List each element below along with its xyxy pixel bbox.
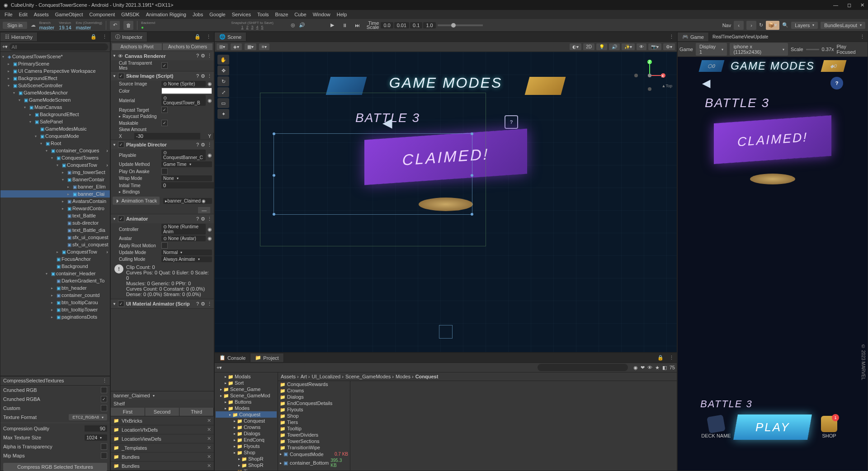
timescale-slider[interactable] [451, 23, 456, 28]
minus-button[interactable]: — [198, 207, 210, 213]
panel-menu-icon[interactable]: ⋮ [666, 34, 677, 40]
checkbox[interactable]: ✓ [161, 120, 168, 126]
trash-button[interactable]: 🗑 [123, 21, 133, 30]
hierarchy-item[interactable]: ▸▣PrimaryScene [0, 60, 110, 67]
layers-dropdown[interactable]: Layers [791, 22, 818, 29]
file-item[interactable]: ▸▣container_Bottom395.3 KB [278, 457, 350, 468]
breadcrumb-item[interactable]: Conquest [415, 374, 439, 379]
hierarchy-item[interactable]: ▸▣BackgroundEffect [0, 111, 110, 118]
object-picker-icon[interactable]: ◉ [208, 98, 212, 104]
breadcrumb[interactable]: AssetsArtUI_LocalizedScene_GameModesMode… [278, 372, 677, 381]
help-icon[interactable]: ? [196, 216, 199, 222]
help-icon[interactable]: ? [196, 142, 199, 148]
snapshot-2[interactable]: 2 [246, 25, 249, 29]
object-picker-icon[interactable]: ◉ [208, 81, 212, 87]
component-title[interactable]: Skew Image (Script) [126, 73, 194, 79]
back-button[interactable]: ◀ [702, 77, 710, 89]
checkbox[interactable] [101, 387, 107, 393]
hierarchy-item[interactable]: ▾▣BannerContair [0, 176, 110, 183]
play-button[interactable]: ▶ [327, 21, 338, 30]
number-field[interactable] [161, 182, 214, 188]
object-field[interactable]: ⊙ ConquestTower_B [161, 95, 206, 106]
component-title[interactable]: UI Material Animator (Scrip [126, 301, 194, 306]
remove-icon[interactable]: ✕ [207, 445, 211, 451]
breadcrumb-item[interactable]: Art [301, 374, 310, 379]
step-button[interactable]: ⏭ [352, 21, 363, 30]
play-button[interactable]: PLAY [733, 414, 812, 440]
preset-icon[interactable]: ⚙ [201, 73, 205, 79]
folder-item[interactable]: 📁TowerSections [278, 438, 350, 444]
help-icon[interactable]: ? [196, 301, 199, 307]
hierarchy-item[interactable]: ▸▣container_countd [0, 292, 110, 299]
signin-button[interactable]: Sign in [3, 22, 27, 29]
history-icon[interactable]: ↻ [759, 22, 763, 28]
hierarchy-item[interactable]: ▾▣MainCanvas [0, 104, 110, 111]
scene-tool-2[interactable]: ◈▾ [231, 43, 242, 50]
shelf-tab-second[interactable]: Second [145, 408, 179, 416]
hierarchy-item[interactable]: ▾▣SafePanel [0, 118, 110, 125]
vc-branch[interactable]: Branchmaster [39, 21, 55, 30]
selection-pivot[interactable] [439, 325, 453, 339]
light-icon[interactable]: 💡 [596, 43, 607, 50]
create-button[interactable]: +▾ [2, 44, 8, 50]
fx-dropdown[interactable]: ✨▾ [622, 43, 635, 50]
menu-edit[interactable]: Edit [16, 11, 30, 18]
remove-icon[interactable]: ✕ [207, 418, 211, 424]
folder-item[interactable]: ▸📁Scene_Game [216, 386, 277, 392]
hierarchy-item[interactable]: ▸▣btn_header [0, 284, 110, 292]
shelf-tab-third[interactable]: Third [179, 408, 214, 416]
folder-item[interactable]: 📁EndConquestDetails [278, 400, 350, 406]
color-field[interactable] [161, 88, 212, 94]
nav-next-button[interactable]: › [746, 21, 756, 30]
anchors-corners-button[interactable]: Anchors to Corners [163, 43, 212, 50]
panel-menu-icon[interactable]: ⋮ [666, 355, 677, 361]
menu-jobs[interactable]: Jobs [190, 11, 206, 18]
timescale-1.0[interactable]: 1.0 [423, 22, 435, 28]
folder-item[interactable]: ▸📁EndConq [216, 437, 277, 443]
folder-item[interactable]: 📁ConquestRewards [278, 381, 350, 387]
hierarchy-tab[interactable]: ☷Hierarchy [0, 33, 38, 41]
project-search[interactable] [538, 364, 628, 371]
breadcrumb-item[interactable]: UI_Localized [312, 374, 344, 379]
dropdown[interactable]: None [161, 175, 212, 181]
folder-item[interactable]: ▸📁Crowns [216, 424, 277, 430]
scene-tool-3[interactable]: ▦▾ [245, 43, 256, 50]
hierarchy-item[interactable]: ▸▣BackgroundEffect [0, 75, 110, 82]
object-field[interactable]: ⊙ None (Runtime Anim [161, 224, 206, 235]
folder-item[interactable]: 📁Shop [278, 413, 350, 419]
hierarchy-item[interactable]: ▸▣btn_tooltipCarou [0, 299, 110, 306]
object-field[interactable]: ⊙ None (Avatar) [161, 236, 206, 241]
scene-view[interactable]: ✋ ✥ ↻ ⤢ ▭ ✦ ▲Top x z [215, 52, 677, 352]
checkbox[interactable]: ✓ [101, 396, 107, 402]
hidden-icon[interactable]: 👁 [647, 365, 652, 370]
checkbox[interactable] [101, 405, 107, 411]
checkbox[interactable] [161, 168, 168, 174]
dropdown[interactable]: Always Animate [161, 256, 212, 262]
texture-format-dropdown[interactable]: ETC2_RGBA8 [69, 414, 107, 420]
hierarchy-item[interactable]: ▸▣btn_tooltipTower [0, 306, 110, 313]
mip-checkbox[interactable] [101, 452, 107, 459]
close-button[interactable]: ✕ [860, 2, 864, 8]
folder-item[interactable]: 📁Tiers [278, 419, 350, 425]
shelf-selected[interactable]: banner_Claimed [111, 391, 214, 400]
checkbox[interactable]: ✓ [161, 107, 168, 113]
minimize-button[interactable]: — [833, 2, 838, 8]
orientation-gizmo[interactable]: x z [632, 57, 668, 94]
game-view[interactable]: ⬡0 GAME MODES ◆0 ◀ ? BATTLE 3 CLAIMED! [678, 57, 868, 471]
checkbox[interactable] [161, 242, 168, 249]
hierarchy-item[interactable]: ▾▣container_Header [0, 270, 110, 277]
panel-lock-icon[interactable]: 🔒 [655, 355, 666, 361]
2d-toggle[interactable]: 2D [583, 43, 594, 50]
anchors-pivot-button[interactable]: Anchors to Pivot [112, 43, 162, 50]
layout-dropdown[interactable]: BundlesLayout [821, 22, 865, 29]
remove-icon[interactable]: ✕ [207, 454, 211, 460]
y-field[interactable] [213, 133, 214, 139]
menu-tools[interactable]: Tools [255, 11, 272, 18]
menu-icon[interactable]: ⋮ [207, 216, 212, 222]
menu-file[interactable]: File [2, 11, 15, 18]
checkbox[interactable]: ✓ [161, 62, 168, 69]
folder-item[interactable]: ▸📁Scene_GameMod [216, 392, 277, 399]
timescale-0.1[interactable]: 0.1 [410, 22, 422, 28]
folder-item[interactable]: ▸📁Shop [216, 449, 277, 456]
snapshot-1[interactable]: 1 [241, 25, 243, 29]
